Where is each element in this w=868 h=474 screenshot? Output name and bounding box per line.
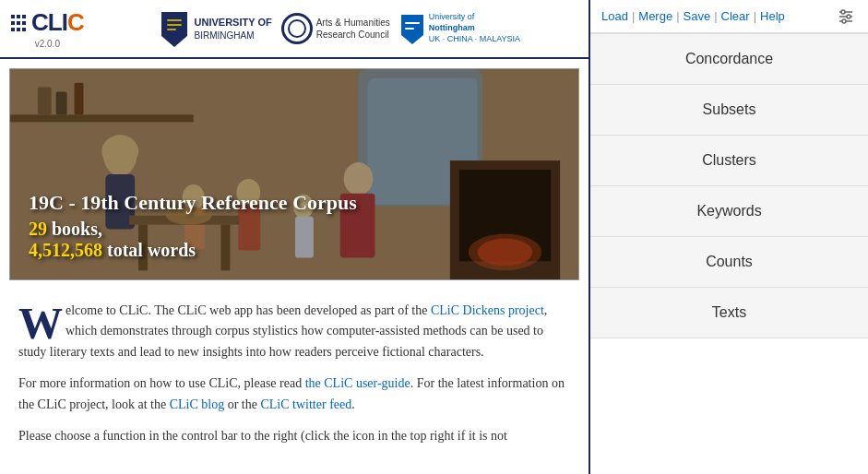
svg-rect-3 — [405, 22, 420, 24]
header: CLIC v2.0.0 UNIVERSITY OF BIRMIN — [0, 0, 589, 59]
hero-books-number: 29 — [29, 219, 47, 239]
logo-version: v2.0.0 — [11, 39, 84, 49]
logo-bars-icon — [11, 15, 26, 31]
nav-divider-2: | — [676, 9, 679, 23]
drop-cap: W — [18, 306, 63, 341]
nav-divider-1: | — [632, 9, 635, 23]
user-guide-link[interactable]: the CLiC user-guide — [305, 376, 410, 390]
clic-logo[interactable]: CLIC v2.0.0 — [11, 8, 84, 49]
clic-dickens-link[interactable]: CLiC Dickens project — [431, 303, 544, 317]
main-content: 19C - 19th Century Reference Corpus 29 b… — [0, 59, 589, 474]
unibirmingham-text: UNIVERSITY OF BIRMINGHAM — [195, 16, 272, 41]
nav-divider-3: | — [714, 9, 717, 23]
svg-rect-1 — [167, 24, 182, 26]
help-link[interactable]: Help — [760, 9, 785, 23]
nottingham-logo: University of Nottingham UK · CHINA · MA… — [399, 12, 520, 44]
unibirmingham-logo: UNIVERSITY OF BIRMINGHAM — [160, 10, 272, 47]
sidebar-menu: Concordance Subsets Clusters Keywords Co… — [590, 33, 868, 474]
menu-item-texts[interactable]: Texts — [590, 288, 868, 338]
text-content: W elcome to CLiC. The CLiC web app has b… — [0, 290, 589, 468]
nav-divider-4: | — [754, 9, 756, 23]
clic-blog-link[interactable]: CLiC blog — [170, 397, 225, 411]
hero-title: 19C - 19th Century Reference Corpus — [29, 191, 357, 215]
right-sidebar: Load | Merge | Save | Clear | Help — [590, 0, 868, 474]
hero-stats: 29 books, 4,512,568 total words — [29, 219, 357, 261]
svg-point-34 — [842, 19, 846, 23]
sidebar-top-bar: Load | Merge | Save | Clear | Help — [590, 0, 868, 33]
ahrc-logo: Arts & Humanities Research Council — [281, 13, 390, 44]
main-panel: CLIC v2.0.0 UNIVERSITY OF BIRMIN — [0, 0, 590, 474]
clic-twitter-link[interactable]: CLiC twitter feed — [260, 397, 351, 411]
svg-point-32 — [847, 15, 850, 18]
menu-item-subsets[interactable]: Subsets — [590, 85, 868, 136]
instruction-paragraph: Please choose a function in the control … — [18, 426, 570, 446]
load-link[interactable]: Load — [601, 9, 628, 23]
partner-logos: UNIVERSITY OF BIRMINGHAM Arts & Humaniti… — [102, 10, 577, 47]
clear-link[interactable]: Clear — [721, 9, 750, 23]
svg-rect-0 — [167, 19, 182, 21]
save-link[interactable]: Save — [684, 9, 711, 23]
clic-logo-text: CLIC — [31, 8, 84, 37]
svg-rect-4 — [405, 28, 414, 30]
menu-item-clusters[interactable]: Clusters — [590, 136, 868, 186]
ahrc-circle-icon — [281, 13, 313, 44]
menu-item-concordance[interactable]: Concordance — [590, 33, 868, 85]
hero-text: 19C - 19th Century Reference Corpus 29 b… — [29, 191, 357, 261]
intro-paragraph: W elcome to CLiC. The CLiC web app has b… — [18, 301, 570, 362]
settings-icon[interactable] — [835, 6, 857, 28]
menu-item-counts[interactable]: Counts — [590, 237, 868, 288]
hero-image: 19C - 19th Century Reference Corpus 29 b… — [9, 68, 579, 280]
svg-rect-2 — [167, 29, 176, 30]
more-info-paragraph: For more information on how to use CLiC,… — [18, 373, 570, 415]
ahrc-text: Arts & Humanities Research Council — [316, 17, 390, 41]
menu-item-keywords[interactable]: Keywords — [590, 186, 868, 237]
nottingham-text: University of Nottingham UK · CHINA · MA… — [429, 12, 520, 44]
hero-words-number: 4,512,568 — [29, 240, 102, 260]
merge-link[interactable]: Merge — [638, 9, 672, 23]
svg-point-30 — [841, 10, 845, 14]
sidebar-nav-links: Load | Merge | Save | Clear | Help — [601, 9, 785, 23]
